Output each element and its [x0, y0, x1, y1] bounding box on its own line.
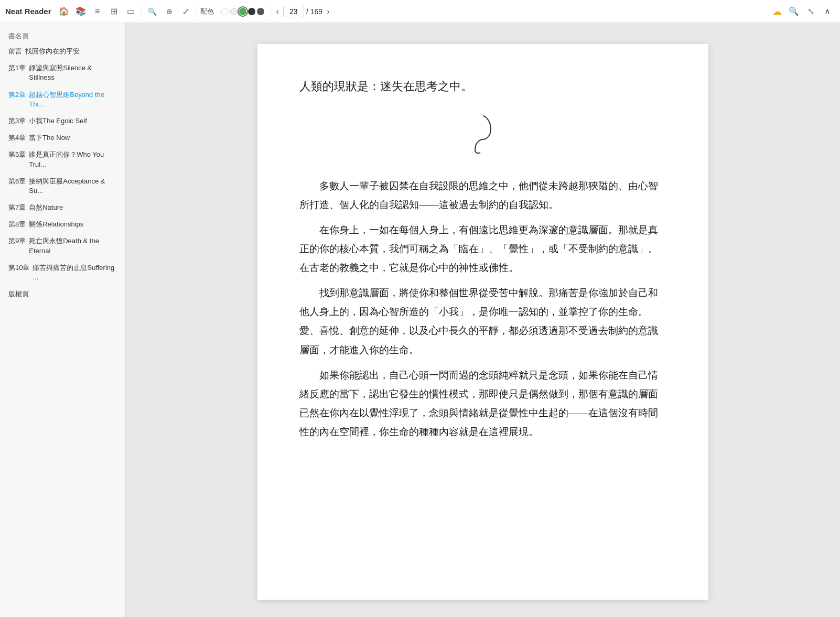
sidebar-item-ch9[interactable]: 第9章 死亡與永恆Death & the Eternal — [0, 233, 125, 259]
page-separator: / — [306, 7, 308, 16]
prev-page-button[interactable]: ‹ — [274, 6, 281, 17]
sidebar-item-preface[interactable]: 前言 找回你內在的平安 — [0, 43, 125, 60]
sidebar-item-ch3[interactable]: 第3章 小我The Egoic Self — [0, 113, 125, 129]
page-input[interactable] — [283, 6, 304, 17]
chapter-num: 第8章 — [8, 220, 26, 229]
chapter-title: 自然Nature — [29, 203, 117, 212]
toolbar-right: ☁ 🔍 ⤡ ∧ — [770, 4, 835, 19]
content-area[interactable]: 人類的現狀是：迷失在思考之中。 多數人一輩子被囚禁在自我設限的思維之中，他們從未… — [126, 23, 840, 617]
next-page-button[interactable]: › — [325, 6, 331, 17]
separator-2 — [197, 6, 197, 17]
main-area: 書名頁 前言 找回你內在的平安 第1章 靜謐與寂照Silence & Still… — [0, 23, 840, 617]
swatch-dark[interactable] — [248, 8, 255, 15]
chapter-title: 當下The Now — [29, 133, 117, 143]
chapter-num: 第4章 — [8, 133, 26, 143]
chapter-num: 第5章 — [8, 150, 26, 159]
sidebar-item-ch1[interactable]: 第1章 靜謐與寂照Silence & Stillness — [0, 60, 125, 86]
chapter-title: 痛苦與痛苦的止息Suffering ... — [33, 263, 117, 282]
chapter-num: 第2章 — [8, 90, 26, 100]
paragraph-1: 多數人一輩子被囚禁在自我設限的思維之中，他們從未跨越那狹隘的、由心智所打造、個人… — [299, 177, 666, 214]
paragraph-4: 如果你能認出，自己心頭一閃而過的念頭純粹就只是念頭，如果你能在自己情緒反應的當下… — [299, 366, 666, 441]
paragraph-3: 找到那意識層面，將使你和整個世界從受苦中解脫。那痛苦是你強加於自己和他人身上的，… — [299, 284, 666, 359]
toolbar: Neat Reader 🏠 📚 ≡ ⊞ ▭ 🔍 ⊕ ⤢ 配色 ‹ / 169 ›… — [0, 0, 840, 23]
chapter-num: 版權頁 — [8, 289, 29, 299]
section-divider — [299, 113, 666, 161]
color-label: 配色 — [200, 7, 214, 16]
swatch-green[interactable] — [239, 8, 246, 15]
zoom-in-icon[interactable]: ⊕ — [162, 4, 177, 19]
chapter-num: 第7章 — [8, 203, 26, 212]
chapter-title: 死亡與永恆Death & the Eternal — [29, 236, 117, 255]
chapter-num: 前言 — [8, 47, 22, 56]
menu-icon[interactable]: ≡ — [90, 4, 105, 19]
sidebar-item-ch4[interactable]: 第4章 當下The Now — [0, 129, 125, 146]
swatch-darker[interactable] — [257, 8, 264, 15]
page-navigation: ‹ / 169 › — [274, 6, 332, 17]
chapter-num: 第3章 — [8, 116, 26, 126]
chapter-title: 靜謐與寂照Silence & Stillness — [29, 63, 117, 82]
chapter-title: 找回你內在的平安 — [25, 47, 117, 56]
sidebar-item-ch10[interactable]: 第10章 痛苦與痛苦的止息Suffering ... — [0, 259, 125, 286]
sidebar-item-ch6[interactable]: 第6章 接納與臣服Acceptance & Su... — [0, 173, 125, 199]
book-heading: 人類的現狀是：迷失在思考之中。 — [299, 75, 666, 98]
chapter-num: 第9章 — [8, 236, 26, 246]
sidebar-section-title: 書名頁 — [0, 27, 125, 43]
app-title: Neat Reader — [5, 7, 51, 16]
chapter-title: 超越心智思維Beyond the Thi... — [29, 90, 117, 109]
bookshelf-icon[interactable]: 🏠 — [57, 4, 71, 19]
zoom-out-icon[interactable]: 🔍 — [145, 4, 160, 19]
separator-3 — [271, 6, 271, 17]
chapter-title: 關係Relationships — [29, 220, 117, 229]
sidebar-item-ch8[interactable]: 第8章 關係Relationships — [0, 216, 125, 233]
chapter-num: 第6章 — [8, 177, 26, 186]
grid-icon[interactable]: ⊞ — [107, 4, 122, 19]
fullscreen-icon[interactable]: ⤢ — [179, 4, 193, 19]
color-swatches — [221, 8, 264, 15]
settings-icon[interactable]: ∧ — [820, 4, 835, 19]
book-icon[interactable]: 📚 — [73, 4, 88, 19]
book-page: 人類的現狀是：迷失在思考之中。 多數人一輩子被囚禁在自我設限的思維之中，他們從未… — [257, 44, 708, 600]
sidebar-item-ch2[interactable]: 第2章 超越心智思維Beyond the Thi... — [0, 86, 125, 113]
page-total: 169 — [310, 7, 322, 16]
sidebar-item-ch5[interactable]: 第5章 誰是真正的你？Who You Trul... — [0, 146, 125, 172]
sidebar: 書名頁 前言 找回你內在的平安 第1章 靜謐與寂照Silence & Still… — [0, 23, 126, 617]
chapter-num: 第1章 — [8, 63, 26, 73]
swatch-cream[interactable] — [230, 8, 238, 15]
paragraph-2: 在你身上，一如在每個人身上，有個遠比思維更為深邃的意識層面。那就是真正的你的核心… — [299, 221, 666, 277]
search-icon[interactable]: 🔍 — [787, 4, 801, 19]
divider-symbol-svg — [467, 113, 499, 155]
fullscreen-expand-icon[interactable]: ⤡ — [803, 4, 818, 19]
sidebar-item-copyright[interactable]: 版權頁 — [0, 286, 125, 302]
sidebar-item-ch7[interactable]: 第7章 自然Nature — [0, 199, 125, 216]
swatch-white[interactable] — [221, 8, 229, 15]
separator-1 — [142, 6, 142, 17]
chapter-title: 小我The Egoic Self — [29, 116, 117, 126]
chapter-title: 接納與臣服Acceptance & Su... — [29, 177, 117, 196]
chapter-title: 誰是真正的你？Who You Trul... — [29, 150, 117, 169]
view-icon[interactable]: ▭ — [124, 4, 138, 19]
cloud-icon[interactable]: ☁ — [770, 4, 784, 19]
chapter-num: 第10章 — [8, 263, 29, 273]
